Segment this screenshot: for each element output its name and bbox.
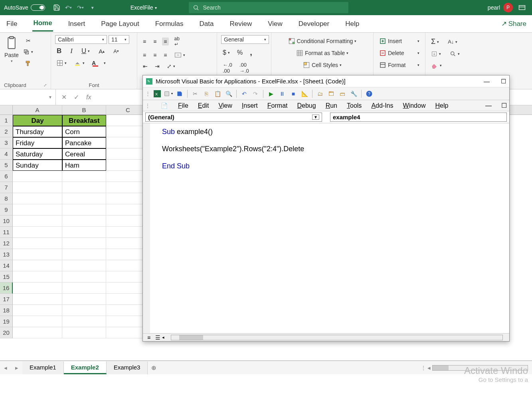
cell[interactable] <box>13 305 62 316</box>
row-header[interactable]: 14 <box>0 260 13 271</box>
vba-object-combo[interactable]: (General)▼ <box>145 113 322 122</box>
vba-excel-icon[interactable]: X <box>153 89 162 98</box>
cell[interactable] <box>62 249 106 260</box>
borders-button[interactable]: ▾ <box>55 59 68 67</box>
row-header[interactable]: 10 <box>0 215 13 227</box>
cell[interactable]: Thursday <box>13 126 62 137</box>
vba-code-pane[interactable]: Sub example4() Worksheets("Example2").Ro… <box>143 123 509 333</box>
cell[interactable]: Corn <box>62 126 106 137</box>
row-header[interactable]: 13 <box>0 249 13 260</box>
insert-cells-button[interactable]: Insert▾ <box>378 37 421 45</box>
vba-menu-window[interactable]: Window <box>403 102 426 109</box>
cell[interactable] <box>62 305 106 316</box>
vba-menu-debug[interactable]: Debug <box>297 102 316 109</box>
format-as-table-button[interactable]: Format as Table▾ <box>275 49 369 57</box>
cell[interactable] <box>13 327 62 338</box>
orientation-button[interactable]: ⤢▾ <box>165 62 177 70</box>
align-center-icon[interactable]: ≡ <box>152 51 158 59</box>
row-header[interactable]: 11 <box>0 227 13 238</box>
column-header[interactable]: A <box>13 105 62 115</box>
share-button[interactable]: ↗Share <box>501 20 526 28</box>
merge-button[interactable]: ▾ <box>173 51 187 59</box>
cell[interactable]: Breakfast <box>62 115 106 126</box>
sheet-tab-example3[interactable]: Example3 <box>107 361 148 374</box>
cell[interactable] <box>62 171 106 182</box>
fill-button[interactable]: ▾ <box>429 50 443 58</box>
number-format-select[interactable]: General▾ <box>221 35 269 44</box>
cell[interactable]: Cereal <box>62 148 106 160</box>
cell[interactable] <box>62 193 106 204</box>
maximize-icon[interactable]: ☐ <box>501 78 506 85</box>
vba-design-icon[interactable]: 📐 <box>300 89 309 98</box>
vba-undo-icon[interactable]: ↶ <box>240 89 249 98</box>
row-header[interactable]: 1 <box>0 115 13 126</box>
vba-redo-icon[interactable]: ↷ <box>251 89 260 98</box>
cell[interactable] <box>62 327 106 338</box>
vba-insert-module-icon[interactable]: ▾ <box>164 89 173 98</box>
vba-find-icon[interactable]: 🔍 <box>224 89 233 98</box>
percent-button[interactable]: % <box>235 48 244 57</box>
vba-full-view-icon[interactable]: ≡ <box>144 333 153 342</box>
tab-review[interactable]: Review <box>229 17 253 31</box>
vba-menu-file[interactable]: File <box>178 102 188 109</box>
cell[interactable] <box>62 182 106 193</box>
name-box[interactable]: ▼ <box>0 89 56 105</box>
user-avatar[interactable]: P <box>503 3 513 12</box>
vba-menu-format[interactable]: Format <box>267 102 288 109</box>
sheet-nav-prev[interactable]: ◂ <box>0 364 11 371</box>
horizontal-scrollbar[interactable] <box>432 365 528 371</box>
currency-button[interactable]: $▾ <box>221 48 231 57</box>
vba-pause-icon[interactable]: ⏸ <box>278 89 287 98</box>
vba-copy-icon[interactable]: ⎘ <box>202 89 211 98</box>
cell[interactable] <box>62 227 106 238</box>
increase-indent-icon[interactable]: ⇥ <box>153 62 161 70</box>
minimize-icon[interactable]: — <box>484 78 490 85</box>
vba-object-browser-icon[interactable]: 🗃 <box>338 89 347 98</box>
vba-properties-icon[interactable]: 🗔 <box>327 89 336 98</box>
row-header[interactable]: 12 <box>0 238 13 249</box>
row-header[interactable]: 9 <box>0 204 13 215</box>
cell[interactable]: Day <box>13 115 62 126</box>
increase-decimal-icon[interactable]: ←.0.00 <box>221 61 234 75</box>
enter-formula-icon[interactable]: ✓ <box>74 93 79 101</box>
vba-run-icon[interactable]: ▶ <box>267 89 275 98</box>
conditional-formatting-button[interactable]: Conditional Formatting▾ <box>275 37 369 45</box>
copy-icon[interactable]: ▾ <box>22 48 35 56</box>
undo-icon[interactable]: ↶▾ <box>63 2 74 13</box>
cut-icon[interactable]: ✂ <box>22 37 35 45</box>
cell[interactable] <box>62 204 106 215</box>
align-left-icon[interactable]: ≡ <box>141 51 148 59</box>
clear-button[interactable]: ▾ <box>429 61 443 70</box>
comma-button[interactable]: , <box>248 47 254 58</box>
row-header[interactable]: 7 <box>0 182 13 193</box>
cell[interactable] <box>13 316 62 327</box>
cell[interactable] <box>13 271 62 282</box>
vba-horizontal-scrollbar[interactable] <box>171 335 503 340</box>
cell[interactable] <box>62 316 106 327</box>
select-all-corner[interactable] <box>0 105 13 115</box>
tab-data[interactable]: Data <box>199 17 215 31</box>
cell[interactable] <box>62 294 106 305</box>
ribbon-display-icon[interactable] <box>517 2 527 13</box>
tab-help[interactable]: Help <box>344 17 360 31</box>
qat-customize-icon[interactable]: ▼ <box>87 2 98 13</box>
tab-formulas[interactable]: Formulas <box>154 17 184 31</box>
format-painter-icon[interactable] <box>22 59 35 68</box>
cell[interactable] <box>13 282 62 294</box>
cancel-formula-icon[interactable]: ✕ <box>61 93 67 101</box>
row-header[interactable]: 15 <box>0 271 13 282</box>
save-icon[interactable] <box>51 2 62 13</box>
cell[interactable] <box>13 182 62 193</box>
increase-font-icon[interactable]: A▴ <box>97 47 106 55</box>
sort-filter-button[interactable]: A↓▾ <box>446 38 459 45</box>
autosave-toggle[interactable]: AutoSave Off <box>4 4 45 11</box>
tab-insert[interactable]: Insert <box>67 17 86 31</box>
cell[interactable]: Pancake <box>62 137 106 148</box>
cell[interactable]: Ham <box>62 160 106 171</box>
vba-project-icon[interactable]: 🗂 <box>316 89 324 98</box>
find-select-button[interactable]: ▾ <box>448 50 461 58</box>
font-name-select[interactable]: Calibri▾ <box>55 35 107 44</box>
cell[interactable] <box>13 227 62 238</box>
vba-menu-help[interactable]: Help <box>435 102 448 109</box>
tab-page-layout[interactable]: Page Layout <box>100 17 140 31</box>
